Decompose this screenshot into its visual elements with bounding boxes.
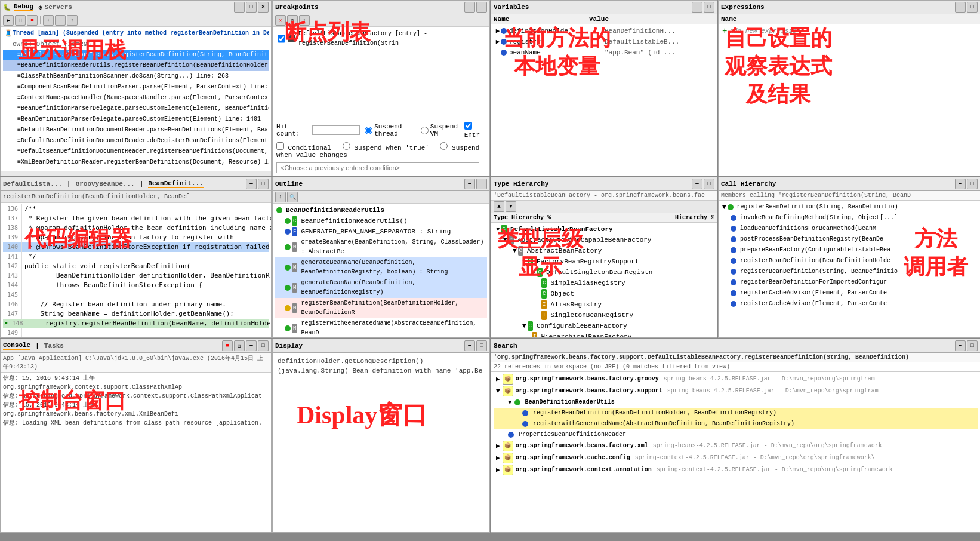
bp-minimize[interactable]: — xyxy=(464,2,475,13)
hier-super-btn[interactable]: ▲ xyxy=(494,201,504,212)
editor-content[interactable]: 136/** 137 * Register the given bean def… xyxy=(1,203,271,337)
stack-2[interactable]: ≡ ClassPathBeanDefinitionScanner.doScan(… xyxy=(3,71,269,82)
search-expand-2[interactable]: ▶ xyxy=(496,441,500,451)
hier-item-8[interactable]: I SingletonBeanRegistry xyxy=(494,310,714,321)
hier-item-4[interactable]: ▼ C DefaultSingletonBeanRegistn xyxy=(494,267,714,278)
var-expand-0[interactable]: ▶ xyxy=(495,26,501,36)
search-expand-1[interactable]: ▼ xyxy=(496,386,500,396)
hier-caret-3[interactable]: ▼ xyxy=(522,257,526,266)
search-result-0[interactable]: ▶ 📦 org.springframework.beans.factory.gr… xyxy=(494,373,978,385)
console-minimize[interactable]: — xyxy=(246,340,257,351)
stack-5[interactable]: ≡ BeanDefinitionParserDelegate.parseCust… xyxy=(3,103,269,114)
outline-minimize[interactable]: — xyxy=(464,179,475,189)
hitcount-input[interactable] xyxy=(312,125,360,135)
hier-caret-2[interactable]: ▼ xyxy=(513,246,517,256)
call-item-6[interactable]: registerBeanDefinition(String, BeanDefin… xyxy=(721,266,978,277)
call-maximize[interactable]: □ xyxy=(967,179,978,189)
call-caret-0[interactable]: ▼ xyxy=(722,202,726,212)
call-item-1[interactable]: invokeBeanDefiningMethod(String, Object[… xyxy=(721,213,978,223)
debug-tab[interactable]: Debug xyxy=(14,3,33,11)
console-terminate-btn[interactable]: ■ xyxy=(222,340,233,351)
var-0[interactable]: ▶ definitionHolde BeanDefinitionH... xyxy=(494,26,714,36)
outline-sort-btn[interactable]: ↕ xyxy=(275,192,286,202)
var-2[interactable]: beanName "app.Bean" (id=... xyxy=(494,47,714,58)
stack-3[interactable]: ≡ ComponentScanBeanDefinitionParser.pars… xyxy=(3,82,269,93)
search-class-expand[interactable]: ▼ xyxy=(508,398,512,407)
search-result-4[interactable]: ▶ 📦 org.springframework.context.annotati… xyxy=(494,464,978,476)
hier-caret-9[interactable]: ▼ xyxy=(522,321,526,331)
bp-remove-btn[interactable]: ✕ xyxy=(275,15,286,26)
editor-tab-2[interactable]: BeanDefinit... xyxy=(148,180,203,188)
search-method-0[interactable]: registerBeanDefinition(BeanDefinitionHol… xyxy=(494,408,978,419)
bp-skip-btn[interactable]: ⊘ xyxy=(287,15,298,26)
editor-tab-1[interactable]: GroovyBeanDe... xyxy=(76,180,135,187)
stack-7[interactable]: ≡ DefaultBeanDefinitionDocumentReader.pa… xyxy=(3,125,269,136)
call-item-0[interactable]: ▼ registerBeanDefinition(String, BeanDef… xyxy=(721,202,978,213)
outline-item-1[interactable]: F GENERATED_BEAN_NAME_SEPARATOR : String xyxy=(275,226,487,237)
stack-4[interactable]: ≡ ContextNamespaceHandler(NamespacesHand… xyxy=(3,93,269,103)
outline-maximize[interactable]: □ xyxy=(476,179,487,189)
resume-btn[interactable]: ▶ xyxy=(3,15,14,26)
stack-8[interactable]: ≡ DefaultBeanDefinitionDocumentReader.do… xyxy=(3,136,269,146)
hier-caret-4[interactable]: ▼ xyxy=(532,268,536,277)
outline-filter-btn[interactable]: 🔍 xyxy=(287,192,298,202)
hier-item-2[interactable]: ▼ C AbstractBeanFactory xyxy=(494,245,714,256)
search-class-1[interactable]: PropertiesBeanDefinitionReader xyxy=(494,429,978,440)
editor-minimize[interactable]: — xyxy=(246,179,257,189)
suspend-btn[interactable]: ⏸ xyxy=(15,15,26,26)
outline-item-3[interactable]: M generateBeanName(BeanDefinition, BeanD… xyxy=(275,257,487,278)
servers-tab[interactable]: Servers xyxy=(45,4,72,11)
stack-1[interactable]: ≡ BeanDefinitionReaderUtils.registerBean… xyxy=(3,60,269,71)
stack-6[interactable]: ≡ BeanDefinitionParserDelegate.parseCust… xyxy=(3,114,269,125)
call-item-3[interactable]: postProcessBeanDefinitionRegistry(BeanDe xyxy=(721,234,978,245)
outline-item-0[interactable]: C BeanDefinitionReaderUtils() xyxy=(275,216,487,226)
editor-tab-0[interactable]: DefaultLista... xyxy=(3,180,62,187)
stack-10[interactable]: ≡ XmlBeanDefinitionReader.registerBeanDe… xyxy=(3,157,269,168)
entry-checkbox[interactable] xyxy=(464,122,472,130)
bp-maximize[interactable]: □ xyxy=(476,2,487,13)
outline-item-6[interactable]: M registerWithGeneratedName(AbstractBean… xyxy=(275,318,487,337)
call-item-2[interactable]: loadBeanDefinitionsForBeanMethod(BeanM xyxy=(721,223,978,234)
terminate-btn[interactable]: ■ xyxy=(27,15,38,26)
call-minimize[interactable]: — xyxy=(955,179,966,189)
condition-input[interactable] xyxy=(276,162,479,173)
bp-checkbox[interactable] xyxy=(278,35,285,43)
hier-caret-1[interactable]: ▼ xyxy=(503,235,507,245)
outline-item-5[interactable]: M registerBeanDefinition(BeanDefinitionH… xyxy=(275,298,487,318)
display-content[interactable]: definitionHolder.getLongDescription() (j… xyxy=(273,353,489,532)
debug-scrollbar[interactable] xyxy=(1,171,271,176)
display-minimize[interactable]: — xyxy=(464,340,475,351)
console-tab[interactable]: Console xyxy=(3,342,30,350)
minimize-btn[interactable]: — xyxy=(234,2,245,13)
suspend-change-radio[interactable] xyxy=(440,142,448,150)
call-item-8[interactable]: registerCacheAdvisor(Element, ParserCont… xyxy=(721,288,978,299)
search-minimize[interactable]: — xyxy=(955,340,966,351)
call-item-9[interactable]: registerCacheAdvisor(Element, ParserCont… xyxy=(721,299,978,309)
var-expand-1[interactable]: ▶ xyxy=(495,37,501,47)
stack-9[interactable]: ≡ DefaultBeanDefinitionDocumentReader.re… xyxy=(3,146,269,157)
search-method-1[interactable]: registerWithGeneratedName(AbstractBeanDe… xyxy=(494,419,978,429)
hier-item-10[interactable]: I HierarchicalBeanFactory xyxy=(494,331,714,337)
call-item-5[interactable]: registerBeanDefinition(BeanDefinitionHol… xyxy=(721,256,978,266)
search-expand-3[interactable]: ▶ xyxy=(496,453,500,463)
hier-item-0[interactable]: ▼ C DefaultListableBeanFactory xyxy=(494,224,714,235)
search-expand-0[interactable]: ▶ xyxy=(496,374,500,384)
close-btn[interactable]: × xyxy=(258,2,269,13)
vars-maximize[interactable]: □ xyxy=(704,2,714,13)
hier-sub-btn[interactable]: ▼ xyxy=(506,201,516,212)
outline-class[interactable]: BeanDefinitionReaderUtils xyxy=(275,205,487,216)
console-maximize[interactable]: □ xyxy=(258,340,269,351)
call-item-4[interactable]: prepareBeanFactory(ConfigurableListableB… xyxy=(721,245,978,256)
stack-0[interactable]: ≡ DefaultListableBeanFactory.registerBea… xyxy=(3,50,269,60)
suspend-true-radio[interactable] xyxy=(343,142,350,150)
search-result-1[interactable]: ▼ 📦 org.springframework.beans.factory.su… xyxy=(494,385,978,397)
hier-item-1[interactable]: ▼ C AbstractAutowireCapableBeanFactory xyxy=(494,235,714,245)
add-expr-row[interactable]: + Add new expression xyxy=(721,26,978,36)
call-item-7[interactable]: registerBeanDefinitionForImportedConfigu… xyxy=(721,277,978,288)
bp-entry-row[interactable]: ⬛ DefaultListableBeanFactory [entry] - r… xyxy=(275,28,487,50)
hier-item-5[interactable]: C SimpleAliasRegistry xyxy=(494,278,714,288)
hier-item-9[interactable]: ▼ C ConfigurableBeanFactory xyxy=(494,321,714,331)
display-maximize[interactable]: □ xyxy=(476,340,487,351)
search-expand-4[interactable]: ▶ xyxy=(496,465,500,475)
outline-item-2[interactable]: M createBeanName(BeanDefinition, String,… xyxy=(275,237,487,257)
